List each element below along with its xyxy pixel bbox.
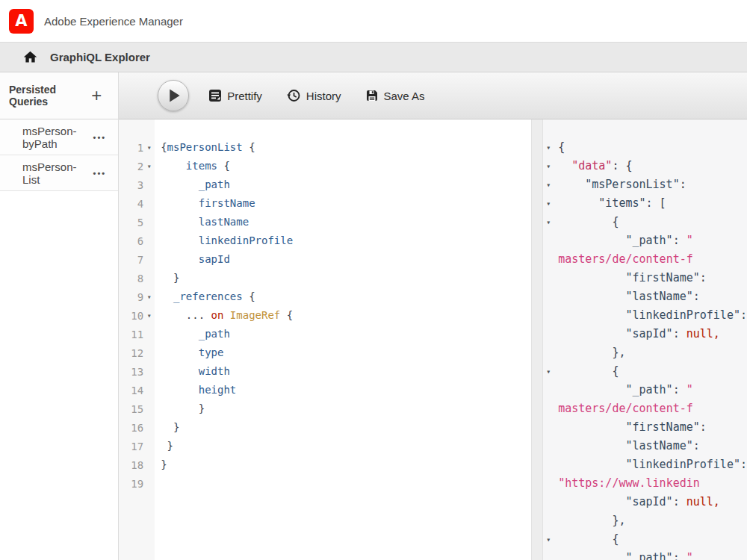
code-token: height — [199, 384, 237, 396]
result-line-text: masters/de/content-f — [558, 399, 693, 418]
result-line: "https://www.linkedin — [543, 474, 747, 493]
gutter-row: 17 — [119, 437, 155, 455]
line-number: 7 — [137, 254, 143, 266]
result-line: "sapId": null, — [543, 325, 747, 343]
result-line-text: "linkedinProfile": — [558, 455, 747, 474]
result-line: "firstName": — [543, 418, 747, 437]
code-line-text: } — [161, 437, 173, 455]
code-token: width — [199, 365, 230, 377]
fold-toggle-icon[interactable]: ▾ — [143, 143, 155, 152]
result-line: "firstName": — [543, 269, 747, 287]
code-line: linkedinProfile — [155, 231, 531, 250]
sidebar-header: Persisted Queries + — [0, 72, 118, 119]
code-token: : — [700, 420, 707, 434]
fold-toggle-icon[interactable]: ▾ — [546, 213, 551, 231]
save-as-label: Save As — [384, 90, 425, 102]
code-token: ImageRef — [230, 309, 280, 321]
code-token: "lastName" — [625, 290, 692, 303]
code-token: firstName — [199, 197, 255, 209]
fold-toggle-icon[interactable]: ▾ — [143, 293, 155, 301]
add-query-button[interactable]: + — [88, 87, 105, 105]
code-token: " — [686, 383, 693, 396]
code-line-text: } — [161, 418, 179, 437]
code-token: : — [673, 234, 686, 247]
result-line-text: "firstName": — [558, 269, 707, 287]
gutter-row: 11 — [119, 325, 155, 343]
code-token: " — [686, 551, 693, 560]
fold-toggle-icon[interactable]: ▾ — [143, 311, 155, 320]
result-line-text: "sapId": null, — [558, 325, 720, 343]
fold-toggle-icon[interactable]: ▾ — [546, 194, 551, 213]
result-line: "lastName": — [543, 287, 747, 306]
fold-toggle-icon[interactable]: ▾ — [546, 157, 551, 175]
code-token: "_path" — [625, 234, 672, 247]
gutter-row: 7 — [119, 250, 155, 269]
save-as-button[interactable]: Save As — [365, 89, 425, 102]
result-line: "linkedinProfile": — [543, 306, 747, 325]
fold-toggle-icon[interactable]: ▾ — [546, 362, 551, 381]
item-menu-ellipsis-icon[interactable]: ••• — [93, 169, 107, 178]
fold-toggle-icon[interactable]: ▾ — [546, 175, 551, 194]
gutter-row: 9▾ — [119, 287, 155, 306]
line-number: 6 — [137, 235, 143, 247]
result-line: "sapId": null, — [543, 493, 747, 511]
code-token: "sapId" — [625, 327, 672, 340]
line-number: 15 — [131, 403, 143, 415]
app-title: Adobe Experience Manager — [44, 15, 183, 28]
code-line-text: ... on ImageRef { — [161, 306, 293, 325]
code-token: ... — [186, 309, 211, 321]
execute-query-button[interactable] — [158, 80, 189, 111]
history-button[interactable]: History — [286, 88, 341, 103]
query-editor[interactable]: {msPersonList {items {_pathfirstNamelast… — [155, 119, 531, 560]
code-token: } — [199, 402, 205, 414]
code-token: "_path" — [625, 383, 672, 396]
fold-toggle-icon[interactable]: ▾ — [143, 162, 155, 170]
code-token: msPersonList — [167, 141, 243, 153]
sidebar-item-msperson-list[interactable]: msPerson-List••• — [0, 155, 118, 191]
code-token: : — [740, 308, 747, 322]
prettify-button[interactable]: Prettify — [208, 89, 262, 102]
result-line-text: masters/de/content-f — [558, 250, 693, 269]
code-token: : — [740, 458, 747, 471]
result-line-text: }, — [558, 511, 625, 530]
code-token: { — [612, 364, 619, 378]
fold-toggle-icon[interactable]: ▾ — [546, 138, 551, 157]
code-token: : — [673, 327, 686, 340]
code-line-text: } — [161, 455, 167, 474]
line-number: 3 — [137, 179, 143, 191]
code-line-text: {msPersonList { — [161, 138, 255, 157]
code-line — [155, 474, 531, 493]
code-token: } — [167, 440, 173, 452]
line-number: 9 — [137, 291, 143, 303]
pane-resize-divider[interactable] — [531, 119, 543, 560]
gutter-row: 3 — [119, 175, 155, 194]
code-line: } — [155, 437, 531, 455]
code-token: }, — [612, 346, 625, 359]
code-token: "items" — [598, 196, 645, 210]
nav-bar: GraphiQL Explorer — [0, 43, 747, 72]
prettify-label: Prettify — [227, 90, 262, 102]
line-number: 13 — [131, 366, 143, 378]
code-token: _references — [173, 290, 243, 302]
home-icon[interactable] — [22, 49, 38, 65]
save-floppy-icon — [365, 89, 379, 102]
code-line: } — [155, 269, 531, 287]
result-line: "_path": " — [543, 231, 747, 250]
result-line-text: "_path": " — [558, 381, 693, 399]
code-token: "firstName" — [625, 420, 699, 434]
result-line-text: { — [558, 213, 619, 231]
item-menu-ellipsis-icon[interactable]: ••• — [93, 133, 107, 142]
code-token: "_path" — [625, 551, 672, 560]
code-token: linkedinProfile — [199, 234, 293, 246]
code-line: _path — [155, 325, 531, 343]
code-line-text: lastName — [161, 213, 249, 231]
code-token: : — [680, 178, 686, 191]
result-line-text: "lastName": — [558, 437, 700, 455]
sidebar-item-msperson-bypath[interactable]: msPerson-byPath••• — [0, 119, 118, 155]
result-line-text: "msPersonList": — [558, 175, 686, 194]
code-token: } — [161, 458, 167, 470]
adobe-logo-letter: A — [15, 13, 27, 29]
result-line: ▾"data": { — [543, 157, 747, 175]
fold-toggle-icon[interactable]: ▾ — [546, 530, 551, 549]
gutter-row: 14 — [119, 381, 155, 399]
